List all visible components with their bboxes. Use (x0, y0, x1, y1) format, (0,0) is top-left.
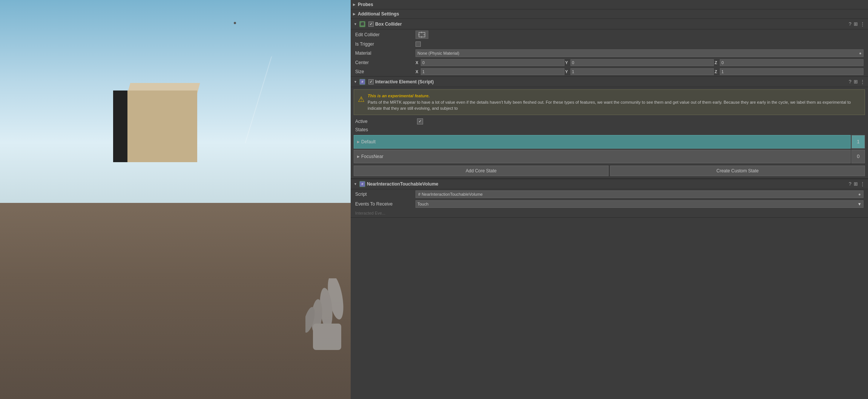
cube-object (113, 83, 196, 166)
near-interaction-help-icon[interactable]: ? (849, 181, 851, 187)
default-state-arrow-icon: ▶ (357, 140, 360, 144)
size-y-input[interactable] (570, 68, 714, 75)
states-section-label: States (351, 126, 868, 134)
near-interaction-header-icons: ? ⊞ ⋮ (849, 181, 865, 187)
box-collider-arrow-icon: ▼ (354, 22, 357, 26)
box-collider-menu-icon[interactable]: ⋮ (860, 21, 865, 27)
events-value-field: Touch ▼ (416, 200, 863, 208)
box-collider-title: Box Collider (375, 21, 849, 27)
default-state-label: Default (361, 139, 376, 144)
is-trigger-row: Is Trigger (351, 40, 868, 48)
box-collider-enable-checkbox[interactable]: ✓ (368, 21, 374, 27)
size-y-field: Y (565, 68, 714, 75)
edit-collider-row: Edit Collider (351, 29, 868, 40)
additional-settings-arrow-icon: ▶ (353, 12, 356, 16)
interactive-element-header[interactable]: ▼ # ✓ Interactive Element (Script) ? ⊞ ⋮ (351, 77, 868, 87)
cube-front-face (127, 91, 197, 162)
center-xyz-group: X Y Z (416, 59, 863, 66)
center-x-label: X (416, 60, 420, 65)
probes-arrow-icon: ▶ (353, 3, 356, 6)
active-value: ✓ (416, 118, 863, 124)
center-x-input[interactable] (421, 59, 564, 66)
interacted-events-partial-row: Interacted Eve... (351, 209, 868, 217)
active-checkbox[interactable]: ✓ (417, 118, 423, 124)
probes-title: Probes (358, 2, 866, 7)
center-row: Center X Y Z (351, 58, 868, 67)
material-dropdown-text: None (Physic Material) (417, 51, 459, 55)
experimental-warning-box: ⚠ This is an experimental feature. Parts… (354, 89, 865, 115)
warning-text-area: This is an experimental feature. Parts o… (368, 93, 861, 112)
near-interaction-title: NearInteractionTouchableVolume (367, 181, 849, 187)
box-collider-header-icons: ? ⊞ ⋮ (849, 21, 865, 27)
center-z-field: Z (715, 59, 863, 66)
interacted-label: Interacted Eve... (355, 211, 416, 215)
add-core-state-button[interactable]: Add Core State (354, 166, 609, 176)
interactive-help-icon[interactable]: ? (849, 79, 851, 84)
interactive-enable-checkbox[interactable]: ✓ (368, 79, 374, 84)
events-dropdown[interactable]: Touch ▼ (416, 200, 863, 208)
scene-center-dot (234, 22, 236, 24)
active-label: Active (355, 119, 416, 124)
probes-section: ▶ Probes (351, 0, 868, 9)
is-trigger-checkbox[interactable] (416, 41, 421, 47)
size-value: X Y Z (416, 68, 863, 75)
interactive-menu-icon[interactable]: ⋮ (860, 79, 865, 84)
events-dropdown-arrow-icon: ▼ (857, 202, 862, 206)
scene-viewport[interactable] (0, 0, 351, 399)
hand-cursor (305, 278, 351, 354)
focusnear-state-row: ▶ FocusNear 0 (354, 150, 865, 163)
warning-body: Parts of the MRTK appear to have a lot o… (368, 99, 861, 112)
material-value: None (Physic Material) ● (416, 49, 863, 57)
additional-settings-title: Additional Settings (358, 11, 866, 17)
additional-settings-section: ▶ Additional Settings (351, 9, 868, 19)
material-dropdown[interactable]: None (Physic Material) ● (416, 49, 863, 57)
state-action-buttons-row: Add Core State Create Custom State (354, 166, 865, 176)
ground-plane (0, 203, 351, 399)
script-value: # NearInteractionTouchableVolume ● (416, 190, 863, 198)
center-label: Center (355, 60, 416, 65)
box-collider-header[interactable]: ▼ ⬛ ✓ Box Collider ? ⊞ ⋮ (351, 19, 868, 29)
size-x-input[interactable] (421, 68, 564, 75)
default-state-row: ▶ Default 1 (354, 135, 865, 149)
create-custom-state-button[interactable]: Create Custom State (610, 166, 865, 176)
edit-collider-value (416, 31, 863, 39)
probes-header[interactable]: ▶ Probes (351, 0, 868, 9)
warning-title: This is an experimental feature. (368, 93, 861, 99)
center-z-input[interactable] (720, 59, 863, 66)
interactive-layers-icon[interactable]: ⊞ (854, 79, 858, 84)
focusnear-state-label: FocusNear (361, 154, 383, 159)
size-z-input[interactable] (720, 68, 863, 75)
events-dropdown-text: Touch (417, 202, 428, 206)
near-interaction-arrow-icon: ▼ (354, 182, 357, 186)
material-dropdown-circle-icon: ● (859, 51, 862, 55)
is-trigger-value (416, 41, 863, 47)
interactive-element-section: ▼ # ✓ Interactive Element (Script) ? ⊞ ⋮… (351, 77, 868, 179)
focusnear-state-area[interactable]: ▶ FocusNear (354, 150, 851, 163)
default-state-area[interactable]: ▶ Default (354, 135, 851, 149)
size-z-label: Z (715, 69, 719, 74)
inspector-panel: ▶ Probes ▶ Additional Settings ▼ ⬛ ✓ Box… (351, 0, 868, 399)
material-label: Material (355, 51, 416, 56)
size-z-field: Z (715, 68, 863, 75)
script-circle-icon: ● (858, 192, 861, 196)
box-collider-layers-icon[interactable]: ⊞ (854, 21, 858, 27)
size-row: Size X Y Z (351, 67, 868, 76)
svg-rect-6 (313, 324, 341, 350)
is-trigger-label: Is Trigger (355, 41, 416, 47)
center-z-label: Z (715, 60, 719, 65)
box-collider-help-icon[interactable]: ? (849, 21, 851, 27)
size-y-label: Y (565, 69, 570, 74)
edit-collider-button[interactable] (416, 31, 428, 39)
box-collider-section: ▼ ⬛ ✓ Box Collider ? ⊞ ⋮ Edit Collider (351, 19, 868, 77)
default-state-count: 1 (851, 135, 865, 149)
additional-settings-header[interactable]: ▶ Additional Settings (351, 9, 868, 18)
active-row: Active ✓ (351, 117, 868, 126)
near-interaction-section: ▼ # NearInteractionTouchableVolume ? ⊞ ⋮… (351, 179, 868, 218)
center-y-input[interactable] (570, 59, 714, 66)
size-label: Size (355, 69, 416, 74)
near-interaction-layers-icon[interactable]: ⊞ (854, 181, 858, 187)
script-object-field[interactable]: # NearInteractionTouchableVolume ● (416, 190, 863, 198)
warning-triangle-icon: ⚠ (358, 94, 365, 112)
near-interaction-menu-icon[interactable]: ⋮ (860, 181, 865, 187)
near-interaction-header[interactable]: ▼ # NearInteractionTouchableVolume ? ⊞ ⋮ (351, 179, 868, 189)
